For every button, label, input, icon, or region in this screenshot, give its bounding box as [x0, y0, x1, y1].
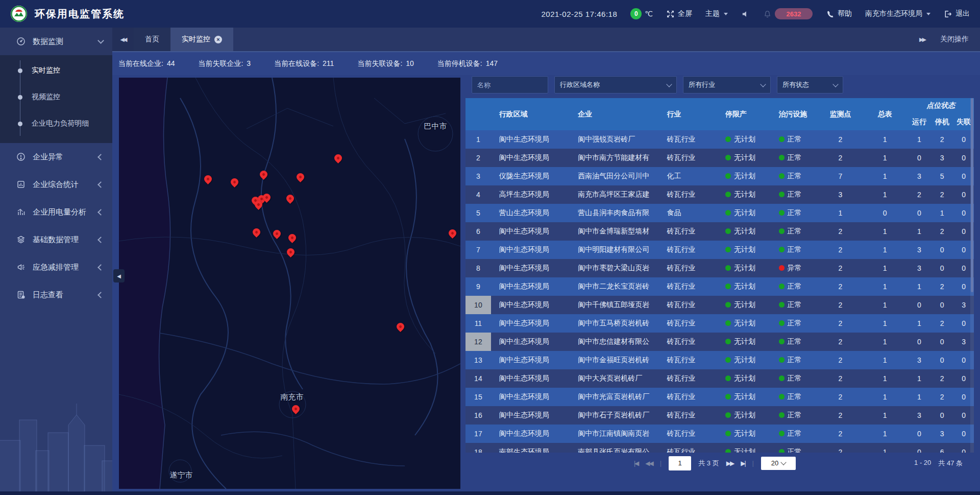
cell-halt: 3 [930, 149, 953, 167]
cell-region: 阆中生态环境局 [491, 369, 570, 388]
col-industry: 行业 [658, 98, 717, 130]
next-page-button[interactable]: ▶▶ [726, 460, 733, 467]
cell-region: 阆中生态环境局 [491, 406, 570, 425]
help-button[interactable]: 帮助 [826, 9, 852, 18]
col-company: 企业 [570, 98, 658, 130]
cell-halt: 5 [930, 167, 953, 185]
layers-icon [16, 235, 26, 244]
cell-index: 3 [465, 167, 491, 185]
scrollbar-thumb[interactable] [971, 98, 973, 292]
cell-meter: 1 [862, 369, 908, 388]
notifications[interactable]: 2632 [763, 8, 813, 19]
table-row[interactable]: 9 阆中生态环境局 阆中市二龙长宝页岩砖 砖瓦行业 无计划 正常 [465, 277, 974, 296]
status-dot-icon [725, 228, 731, 234]
table-row[interactable]: 11 阆中生态环境局 阆中市五马桥页岩机砖 砖瓦行业 无计划 正常 [465, 314, 974, 333]
table-row[interactable]: 13 阆中生态环境局 阆中市金福旺页岩机砖 砖瓦行业 无计划 正常 [465, 351, 974, 369]
table-row[interactable]: 12 阆中生态环境局 阆中市忠信建材有限公 砖瓦行业 无计划 正常 [465, 333, 974, 351]
cell-run: 1 [908, 277, 930, 296]
table-row[interactable]: 3 仪陇生态环境局 西南油气田分公司川中 化工 无计划 正常 7 [465, 167, 974, 185]
map-city-label: 巴中市 [424, 122, 447, 131]
mute-speaker-icon[interactable] [741, 10, 750, 18]
cell-index: 12 [465, 333, 491, 351]
col-meter: 总表 [862, 98, 908, 130]
first-page-button[interactable]: |◀ [634, 460, 638, 467]
sidebar-item-realtime-monitoring[interactable]: 实时监控 [0, 57, 112, 84]
status-dot-icon [779, 265, 785, 271]
cell-company: 南充市高坪区王家店建 [570, 185, 658, 204]
name-search-input[interactable] [472, 76, 548, 93]
bell-icon [763, 10, 772, 18]
cell-meter: 1 [862, 222, 908, 241]
chevron-down-icon [832, 81, 838, 87]
status-dot-icon [725, 136, 731, 142]
stat-item: 当前在线设备:211 [274, 59, 334, 68]
table-row[interactable]: 6 阆中生态环境局 阆中市金博瑞新型墙材 砖瓦行业 无计划 正常 [465, 222, 974, 241]
region-select[interactable]: 行政区域名称 [554, 76, 677, 93]
sidebar-item-base-data[interactable]: 基础数据管理 [0, 226, 112, 253]
fullscreen-button[interactable]: 全屏 [666, 9, 692, 18]
sidebar-item-emergency-reduction[interactable]: 应急减排管理 [0, 253, 112, 281]
cell-industry: 砖瓦行业 [658, 351, 717, 369]
logout-button[interactable]: 退出 [944, 9, 970, 18]
sidebar-item-power-analysis[interactable]: 企业用电量分析 [0, 198, 112, 226]
stat-item: 当前失联设备:10 [357, 59, 413, 68]
cell-index: 18 [465, 443, 491, 453]
cell-region: 阆中生态环境局 [491, 333, 570, 351]
table-row[interactable]: 16 阆中生态环境局 阆中市石子页岩机砖厂 砖瓦行业 无计划 正常 [465, 406, 974, 425]
table-row[interactable]: 2 阆中生态环境局 阆中市南方节能建材有 砖瓦行业 无计划 正常 [465, 149, 974, 167]
cell-halt: 6 [930, 443, 953, 453]
table-header: 行政区域 企业 行业 停限产 治污设施 监测点 总表 点位状态 运行 停机 [465, 98, 974, 130]
stats-icon [16, 180, 26, 189]
table-row[interactable]: 14 阆中生态环境局 阆中大兴页岩机砖厂 砖瓦行业 无计划 正常 [465, 369, 974, 388]
stat-label: 当前在线设备: [274, 59, 319, 68]
sidebar-item-data-monitoring[interactable]: 数据监测 [0, 28, 112, 55]
table-row[interactable]: 4 高坪生态环境局 南充市高坪区王家店建 砖瓦行业 无计划 正常 [465, 185, 974, 204]
page-number-input[interactable] [669, 456, 691, 470]
app-logo-icon [10, 5, 28, 22]
table-row[interactable]: 5 营山生态环境局 营山县润丰肉食品有限 食品 无计划 正常 1 [465, 204, 974, 222]
status-dot-icon [779, 412, 785, 418]
sidebar-item-enterprise-statistics[interactable]: 企业综合统计 [0, 171, 112, 198]
sidebar-item-video-monitoring[interactable]: 视频监控 [0, 84, 112, 110]
close-tab-icon[interactable]: × [214, 36, 222, 43]
prev-page-button[interactable]: ◀◀ [645, 460, 652, 467]
cell-facility: 正常 [771, 222, 819, 241]
cell-run: 0 [908, 296, 930, 314]
cell-index: 2 [465, 149, 491, 167]
tab-home[interactable]: 首页 [134, 28, 170, 51]
table-row[interactable]: 10 阆中生态环境局 阆中千佛镇五郎垭页岩 砖瓦行业 无计划 正常 [465, 296, 974, 314]
cell-region: 阆中生态环境局 [491, 259, 570, 277]
map-city-label: 遂宁市 [170, 470, 193, 480]
cell-facility: 正常 [771, 185, 819, 204]
page-size-select[interactable]: 20 [761, 457, 796, 470]
org-menu[interactable]: 南充市生态环境局 [865, 9, 930, 18]
sidebar-collapse-toggle[interactable]: ◀ [113, 269, 125, 282]
table-row[interactable]: 15 阆中生态环境局 阆中市光富页岩机砖厂 砖瓦行业 无计划 正常 [465, 388, 974, 406]
tab-realtime-monitoring[interactable]: 实时监控 × [170, 28, 233, 51]
table-row[interactable]: 1 阆中生态环境局 阆中强锐页岩砖厂 砖瓦行业 无计划 正常 2 [465, 130, 974, 149]
table-scrollbar[interactable] [970, 98, 974, 453]
table-row[interactable]: 18 南部生态环境局 南部县张氏页岩有限公 砖瓦行业 无计划 正常 [465, 443, 974, 453]
status-dot-icon [779, 192, 785, 197]
table-row[interactable]: 7 阆中生态环境局 阆中明阳建材有限公司 砖瓦行业 无计划 正常 [465, 241, 974, 259]
status-dot-icon [725, 394, 731, 399]
cell-stop-limit: 无计划 [717, 351, 771, 369]
sidebar-item-enterprise-anomaly[interactable]: 企业异常 [0, 143, 112, 171]
cell-monitor: 2 [819, 369, 862, 388]
close-operations-menu[interactable]: 关闭操作 [940, 35, 969, 44]
status-select[interactable]: 所有状态 [777, 76, 843, 93]
cell-facility: 正常 [771, 204, 819, 222]
last-page-button[interactable]: ▶| [741, 460, 745, 467]
industry-select[interactable]: 所有行业 [683, 76, 771, 93]
table-row[interactable]: 17 阆中生态环境局 阆中市江南镇阆南页岩 砖瓦行业 无计划 正常 [465, 425, 974, 443]
tabs-scroll-right-button[interactable]: ▶▶ [919, 36, 925, 43]
cell-stop-limit: 无计划 [717, 222, 771, 241]
cell-facility: 正常 [771, 149, 819, 167]
range-label: 1 - 20 [914, 459, 931, 468]
table-row[interactable]: 8 阆中生态环境局 阆中市枣碧大梁山页岩 砖瓦行业 无计划 异常 [465, 259, 974, 277]
stat-item: 当前失联企业:3 [198, 59, 251, 68]
theme-menu[interactable]: 主题 [705, 9, 728, 18]
sidebar-item-power-load-detail[interactable]: 企业电力负荷明细 [0, 110, 112, 137]
sidebar-item-logs[interactable]: 日志查看 [0, 281, 112, 309]
tabs-scroll-left-button[interactable]: ◀◀ [112, 28, 134, 51]
